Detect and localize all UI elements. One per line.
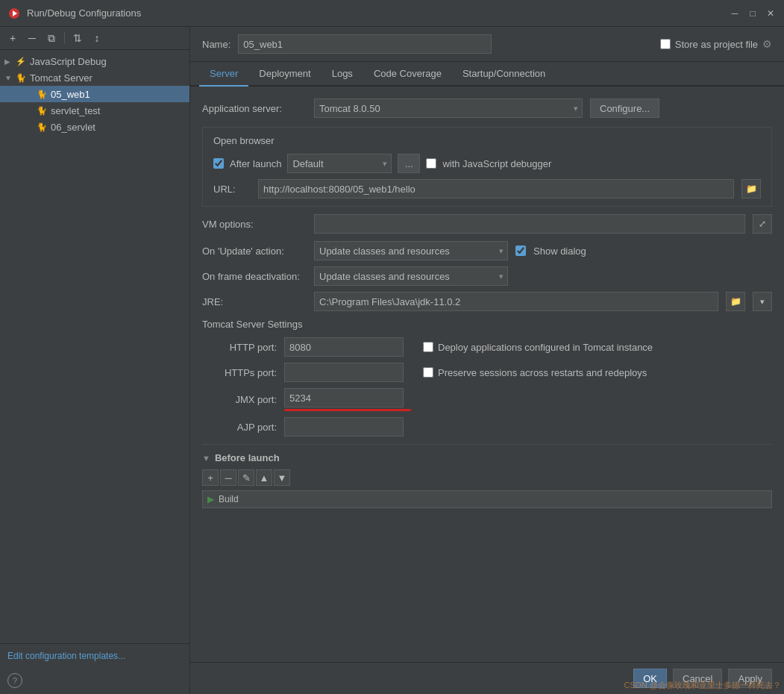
jre-label: JRE: xyxy=(202,296,307,307)
before-launch-build-item[interactable]: ▶ Build xyxy=(202,490,772,508)
http-port-row: HTTP port: Deploy applications configure… xyxy=(202,337,772,357)
before-launch-down-button[interactable]: ▼ xyxy=(274,469,290,486)
jmx-port-input[interactable] xyxy=(284,388,404,407)
https-port-input[interactable] xyxy=(284,363,404,382)
help-button[interactable]: ? xyxy=(7,673,22,688)
tree-item-servlet-test[interactable]: ▶ 🐈 servlet_test xyxy=(0,102,189,119)
before-launch-toolbar: + ─ ✎ ▲ ▼ xyxy=(202,469,772,486)
vm-expand-button[interactable]: ⤢ xyxy=(753,214,772,234)
store-gear-icon[interactable]: ⚙ xyxy=(762,38,772,50)
sort-config-button[interactable]: ↕ xyxy=(89,30,105,46)
on-update-select[interactable]: Update classes and resources xyxy=(314,241,508,260)
edit-templates-link[interactable]: Edit configuration templates... xyxy=(7,651,125,661)
https-port-row: HTTPs port: Preserve sessions across res… xyxy=(202,363,772,382)
ajp-port-row: AJP port: xyxy=(202,417,772,437)
content-area: Application server: Tomcat 8.0.50 Config… xyxy=(190,87,784,662)
add-config-button[interactable]: + xyxy=(4,30,21,46)
main-layout: + ─ ⧉ ⇅ ↕ ▶ ⚡ JavaScript Debug ▼ 🐈 Tomca… xyxy=(0,27,784,694)
browse-dots-button[interactable]: ... xyxy=(398,154,420,173)
right-panel: Name: Store as project file ⚙ Server Dep… xyxy=(190,27,784,694)
app-icon xyxy=(7,7,21,20)
tree-item-web1[interactable]: ▶ 🐈 05_web1 xyxy=(0,86,189,102)
on-frame-select[interactable]: Update classes and resources xyxy=(314,266,508,286)
app-server-select[interactable]: Tomcat 8.0.50 xyxy=(314,99,583,118)
before-launch-header: ▼ Before launch xyxy=(202,452,772,463)
servlet-test-label: servlet_test xyxy=(51,105,100,116)
tab-code-coverage[interactable]: Code Coverage xyxy=(363,62,452,87)
vm-options-input[interactable] xyxy=(314,214,745,234)
before-launch-edit-button[interactable]: ✎ xyxy=(238,469,254,486)
url-input[interactable] xyxy=(258,179,734,198)
maximize-button[interactable]: □ xyxy=(747,7,759,19)
jre-row: JRE: 📁 ▾ xyxy=(202,292,772,311)
move-config-button[interactable]: ⇅ xyxy=(69,30,86,46)
js-debugger-label: with JavaScript debugger xyxy=(442,158,551,169)
jmx-port-label: JMX port: xyxy=(202,394,277,405)
app-server-row: Application server: Tomcat 8.0.50 Config… xyxy=(202,99,772,118)
left-toolbar: + ─ ⧉ ⇅ ↕ xyxy=(0,27,189,50)
vm-options-row: VM options: ⤢ xyxy=(202,214,772,234)
tab-logs[interactable]: Logs xyxy=(322,62,363,87)
on-frame-label: On frame deactivation: xyxy=(202,271,307,282)
store-project-label: Store as project file xyxy=(675,39,758,50)
app-server-select-wrapper: Tomcat 8.0.50 xyxy=(314,99,583,118)
open-browser-title: Open browser xyxy=(213,135,761,146)
after-launch-row: After launch Default ... with JavaScript… xyxy=(213,154,761,173)
js-debug-label: JavaScript Debug xyxy=(30,56,107,67)
browser-select[interactable]: Default xyxy=(287,154,392,173)
configure-button[interactable]: Configure... xyxy=(590,99,659,118)
minimize-button[interactable]: ─ xyxy=(729,7,741,19)
config-header: Name: Store as project file ⚙ xyxy=(190,27,784,62)
before-launch-remove-button[interactable]: ─ xyxy=(220,469,236,486)
left-bottom: Edit configuration templates... xyxy=(0,643,189,667)
tab-startup-connection[interactable]: Startup/Connection xyxy=(452,62,556,87)
copy-config-button[interactable]: ⧉ xyxy=(43,30,60,46)
left-panel: + ─ ⧉ ⇅ ↕ ▶ ⚡ JavaScript Debug ▼ 🐈 Tomca… xyxy=(0,27,190,694)
tree-item-js-debug[interactable]: ▶ ⚡ JavaScript Debug xyxy=(0,53,189,69)
deploy-checkbox-area: Deploy applications configured in Tomcat… xyxy=(423,342,653,353)
close-button[interactable]: ✕ xyxy=(765,7,777,19)
js-debugger-checkbox[interactable] xyxy=(426,158,436,169)
browser-select-wrapper: Default xyxy=(287,154,392,173)
ok-button[interactable]: OK xyxy=(633,669,667,688)
after-launch-checkbox[interactable] xyxy=(213,158,224,169)
open-browser-section: Open browser After launch Default ... wi… xyxy=(202,127,772,207)
on-update-select-wrapper: Update classes and resources xyxy=(314,241,508,260)
expand-arrow: ▶ xyxy=(4,57,15,66)
cancel-button[interactable]: Cancel xyxy=(673,669,722,688)
url-browse-button[interactable]: 📁 xyxy=(741,179,761,198)
tree-item-tomcat-group[interactable]: ▼ 🐈 Tomcat Server xyxy=(0,69,189,86)
jre-dropdown-button[interactable]: ▾ xyxy=(753,292,772,311)
tomcat-group-label: Tomcat Server xyxy=(30,72,92,84)
ajp-port-input[interactable] xyxy=(284,417,404,437)
https-port-label: HTTPs port: xyxy=(202,367,277,378)
before-launch-collapse[interactable]: ▼ xyxy=(202,454,210,463)
apply-button[interactable]: Apply xyxy=(728,669,772,688)
js-debug-icon: ⚡ xyxy=(15,55,27,67)
jre-input[interactable] xyxy=(314,292,718,311)
on-frame-select-wrapper: Update classes and resources xyxy=(314,266,508,286)
tab-server[interactable]: Server xyxy=(199,62,248,87)
store-project-checkbox[interactable] xyxy=(660,39,671,49)
tab-deployment[interactable]: Deployment xyxy=(248,62,321,87)
tree-item-servlet[interactable]: ▶ 🐈 06_servlet xyxy=(0,119,189,135)
http-port-input[interactable] xyxy=(284,337,404,357)
on-update-row: On 'Update' action: Update classes and r… xyxy=(202,241,772,260)
preserve-checkbox[interactable] xyxy=(423,367,433,378)
show-dialog-checkbox[interactable] xyxy=(515,246,526,256)
before-launch-section: ▼ Before launch + ─ ✎ ▲ ▼ ▶ Build xyxy=(202,444,772,508)
before-launch-title: Before launch xyxy=(215,452,280,463)
vm-options-label: VM options: xyxy=(202,219,307,230)
build-label: Build xyxy=(219,494,239,504)
jmx-error-underline xyxy=(284,409,411,411)
tomcat-group-icon: 🐈 xyxy=(15,72,27,84)
preserve-checkbox-area: Preserve sessions across restarts and re… xyxy=(423,367,647,378)
before-launch-up-button[interactable]: ▲ xyxy=(256,469,272,486)
remove-config-button[interactable]: ─ xyxy=(24,30,40,46)
jre-browse-button[interactable]: 📁 xyxy=(726,292,745,311)
show-dialog-label: Show dialog xyxy=(533,246,586,257)
deploy-checkbox[interactable] xyxy=(423,342,433,352)
before-launch-add-button[interactable]: + xyxy=(202,469,219,486)
config-name-input[interactable] xyxy=(238,34,492,54)
http-port-label: HTTP port: xyxy=(202,342,277,353)
